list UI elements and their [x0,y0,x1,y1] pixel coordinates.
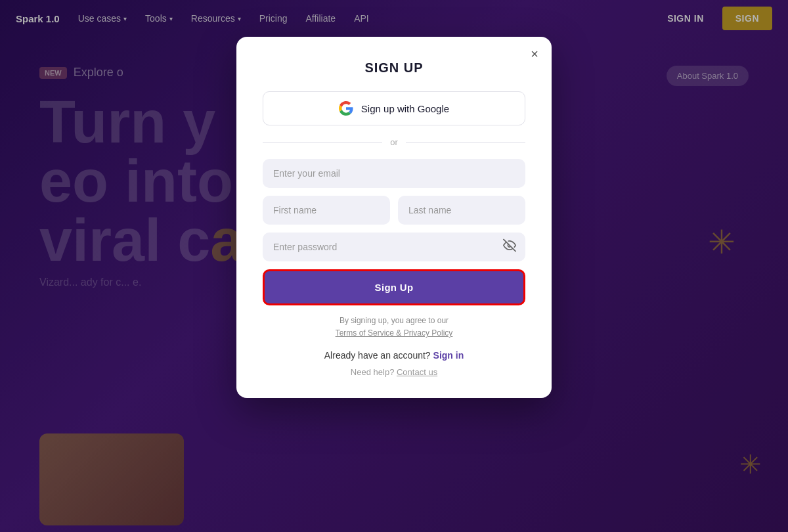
signup-modal: × SIGN UP Sign up with Google or [236,37,552,398]
google-icon [339,101,353,116]
password-group [263,233,525,261]
google-btn-label: Sign up with Google [361,103,449,114]
lastname-input[interactable] [398,196,525,225]
terms-line1: By signing up, you agree to our [339,316,449,325]
close-button[interactable]: × [531,47,538,60]
contact-link[interactable]: Contact us [397,367,437,377]
divider-line-right [406,142,525,143]
need-help-label: Need help? [351,367,395,377]
divider: or [263,137,525,147]
eye-icon[interactable] [503,239,516,255]
google-signup-button[interactable]: Sign up with Google [263,91,525,125]
password-input[interactable] [263,233,525,261]
modal-title: SIGN UP [263,60,525,76]
signup-button[interactable]: Sign Up [263,269,525,305]
divider-text: or [390,137,398,147]
already-label: Already have an account? [324,350,431,361]
help-text: Need help? Contact us [263,367,525,377]
email-input[interactable] [263,159,525,188]
divider-line-left [263,142,382,143]
email-group [263,159,525,188]
firstname-input[interactable] [263,196,390,225]
name-row [263,196,525,225]
modal-overlay: × SIGN UP Sign up with Google or [0,0,788,532]
signin-link[interactable]: Sign in [433,350,464,361]
already-account-text: Already have an account? Sign in [263,350,525,361]
terms-text: By signing up, you agree to our Terms of… [263,315,525,340]
password-wrap [263,233,525,261]
terms-link[interactable]: Terms of Service & Privacy Policy [336,328,453,338]
